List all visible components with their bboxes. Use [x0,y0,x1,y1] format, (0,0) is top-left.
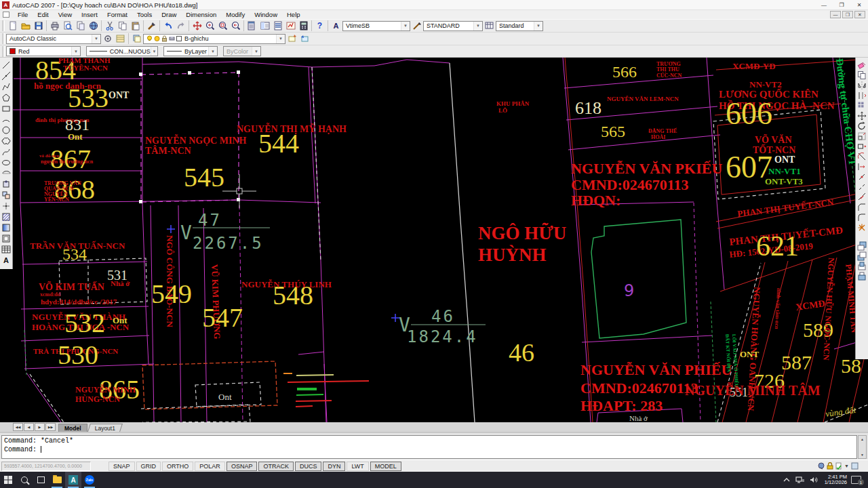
menu-draw[interactable]: Draw [157,11,181,18]
menu-window[interactable]: Window [250,11,282,18]
sheetset-manager-icon[interactable] [271,20,284,32]
menu-view[interactable]: View [54,11,77,18]
bring-to-front-tool-icon[interactable] [856,241,868,251]
copy-tool-icon[interactable] [856,70,868,80]
save-icon[interactable] [32,20,45,32]
status-menu-arrow[interactable]: ▼ [844,464,849,468]
toggle-polar[interactable]: POLAR [195,462,225,471]
close-button[interactable]: ✕ [850,0,868,9]
cut-icon[interactable] [103,20,116,32]
arc-tool-icon[interactable] [1,114,12,125]
properties-icon[interactable] [245,20,258,32]
layer-properties-icon[interactable] [114,33,127,45]
ellipse-tool-icon[interactable] [1,157,12,168]
communication-center-icon[interactable] [818,462,825,470]
spline-tool-icon[interactable] [1,146,12,157]
lock-icon[interactable] [827,462,833,470]
pan-icon[interactable] [191,20,203,32]
layer-previous-icon[interactable] [298,33,311,45]
break-at-point-tool-icon[interactable] [856,171,868,182]
tab-model[interactable]: Model [58,424,87,432]
layers-icon[interactable] [130,33,143,45]
3d-dwf-icon[interactable] [87,20,100,32]
toggle-snap[interactable]: SNAP [108,462,135,471]
circle-tool-icon[interactable] [1,125,12,136]
dim-style-combo[interactable]: STANDARD▼ [423,21,483,31]
network-icon[interactable] [795,476,804,483]
menu-tools[interactable]: Tools [132,11,157,18]
send-under-tool-icon[interactable] [856,271,868,281]
revision-cloud-tool-icon[interactable] [1,136,12,146]
restore-button[interactable]: ❐ [833,0,850,9]
toggle-osnap[interactable]: OSNAP [226,462,258,471]
command-history[interactable]: Command: *Cancel* Command: [1,435,857,459]
text-style-icon[interactable]: A [330,20,342,32]
hatch-tool-icon[interactable] [1,211,12,222]
scale-tool-icon[interactable] [856,131,868,141]
command-scrollbar[interactable]: ▲▼ [858,435,867,459]
mirror-tool-icon[interactable] [856,80,868,90]
tab-next-button[interactable]: ▶ [35,423,45,431]
drawing-canvas[interactable]: 854PHẠM THANHTUYỀN-NCNhồ ngọc danh-ncn53… [0,58,868,422]
minimize-button[interactable]: — [815,0,833,9]
dim-style-icon[interactable] [410,20,423,32]
mdi-restore-button[interactable]: ❐ [842,11,853,18]
region-tool-icon[interactable] [1,233,12,244]
toggle-ducs[interactable]: DUCS [295,462,322,471]
extend-tool-icon[interactable] [856,161,868,171]
menu-insert[interactable]: Insert [77,11,102,18]
publish-icon[interactable] [74,20,87,32]
quickcalc-icon[interactable] [297,20,310,32]
mtext-tool-icon[interactable]: A [1,255,12,266]
send-to-back-tool-icon[interactable] [856,251,868,261]
table-style-combo[interactable]: Standard▼ [496,21,543,31]
zoom-window-icon[interactable] [216,20,229,32]
designcenter-icon[interactable] [258,20,271,32]
erase-tool-icon[interactable] [856,60,868,70]
break-tool-icon[interactable] [856,182,868,192]
menu-edit[interactable]: Edit [33,11,53,18]
make-layer-current-icon[interactable] [285,33,298,45]
mdi-minimize-button[interactable]: — [830,11,841,18]
notification-center-icon[interactable]: 1 [851,476,861,484]
zoom-realtime-icon[interactable] [203,20,216,32]
join-tool-icon[interactable] [856,192,868,202]
rectangle-tool-icon[interactable] [1,103,12,114]
insert-block-tool-icon[interactable] [1,179,12,190]
volume-icon[interactable] [810,476,818,483]
table-style-icon[interactable] [483,20,496,32]
text-style-combo[interactable]: VtimeSB▼ [342,21,410,31]
zalo-taskbar-button[interactable]: Zalo [81,472,98,488]
ellipse-arc-tool-icon[interactable] [1,168,12,179]
polygon-tool-icon[interactable] [1,92,12,103]
task-view-button[interactable] [33,472,49,488]
start-button[interactable] [0,472,16,488]
associated-standards-icon[interactable] [835,462,842,470]
color-combo[interactable]: Red▼ [6,46,81,56]
help-icon[interactable]: ? [313,20,326,32]
toggle-grid[interactable]: GRID [136,462,161,471]
tab-first-button[interactable]: ◀◀ [13,423,23,431]
tab-last-button[interactable]: ▶▶ [45,423,56,431]
tab-prev-button[interactable]: ◀ [24,423,34,431]
point-tool-icon[interactable] [1,201,12,211]
workspace-settings-icon[interactable] [101,33,114,45]
taskbar-clock[interactable]: 2:41 PM 1/12/2026 [825,474,847,485]
open-icon[interactable] [19,20,32,32]
menu-format[interactable]: Format [102,11,132,18]
toggle-otrack[interactable]: OTRACK [258,462,294,471]
linetype-combo[interactable]: CON...NUOUS▼ [86,46,158,56]
match-properties-icon[interactable] [145,20,158,32]
undo-icon[interactable] [161,20,174,32]
zoom-previous-icon[interactable] [229,20,242,32]
toggle-ortho[interactable]: ORTHO [162,462,193,471]
explode-tool-icon[interactable] [856,222,868,232]
autocad-taskbar-button[interactable]: A [65,472,81,488]
clean-screen-icon[interactable] [851,462,859,470]
tab-layout1[interactable]: Layout1 [87,424,123,432]
new-icon[interactable] [6,20,19,32]
redo-icon[interactable] [174,20,187,32]
toggle-model[interactable]: MODEL [370,462,401,471]
make-block-tool-icon[interactable] [1,190,12,201]
array-tool-icon[interactable] [856,100,868,110]
